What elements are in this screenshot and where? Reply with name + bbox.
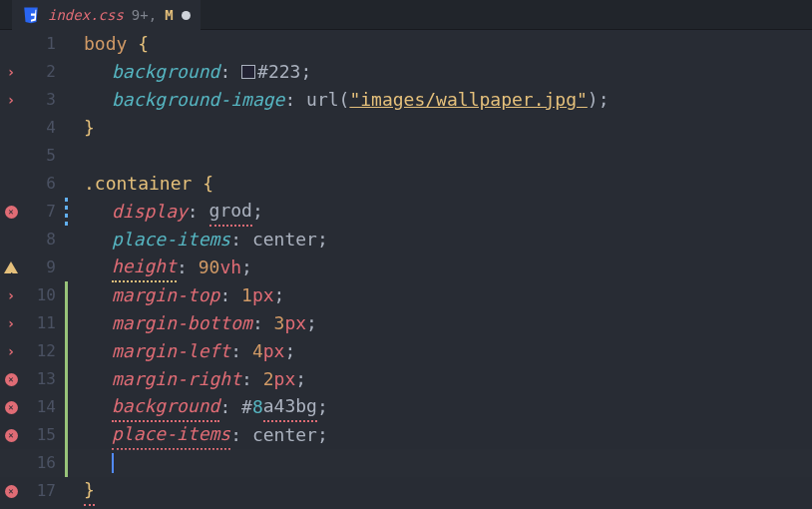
modification-bar bbox=[64, 30, 68, 58]
gutter-glyph: › bbox=[0, 337, 22, 365]
code-line[interactable]: 17} bbox=[0, 477, 812, 505]
code-line[interactable]: 9height: 90vh; bbox=[0, 254, 812, 281]
gutter-glyph bbox=[0, 401, 22, 414]
modification-bar bbox=[64, 58, 68, 86]
code-content[interactable]: } bbox=[68, 476, 95, 506]
code-content[interactable]: margin-left: 4px; bbox=[68, 337, 295, 365]
modification-bar bbox=[64, 449, 68, 477]
code-line[interactable]: 14background: #8a43bg; bbox=[0, 393, 812, 421]
code-content[interactable] bbox=[68, 453, 114, 473]
gutter-glyph bbox=[0, 206, 22, 219]
error-icon bbox=[5, 485, 18, 498]
modification-bar bbox=[64, 86, 68, 114]
line-number: 12 bbox=[22, 337, 64, 365]
line-number: 16 bbox=[22, 449, 64, 477]
code-content[interactable]: .container { bbox=[68, 170, 213, 198]
git-added-bar bbox=[65, 281, 68, 309]
git-added-bar bbox=[65, 449, 68, 477]
line-number: 3 bbox=[22, 86, 64, 114]
code-line[interactable]: ›11margin-bottom: 3px; bbox=[0, 309, 812, 337]
modification-bar bbox=[64, 254, 68, 281]
error-icon bbox=[5, 206, 18, 219]
code-line[interactable]: 7display: grod; bbox=[0, 198, 812, 226]
code-line[interactable]: 8place-items: center; bbox=[0, 226, 812, 254]
gutter-glyph: › bbox=[0, 309, 22, 337]
gutter-glyph bbox=[0, 261, 22, 273]
modification-bar bbox=[64, 365, 68, 393]
tab-dirty-dot-icon bbox=[182, 11, 191, 20]
code-line[interactable]: 4} bbox=[0, 114, 812, 142]
code-line[interactable]: 6.container { bbox=[0, 170, 812, 198]
gutter-glyph bbox=[0, 485, 22, 498]
line-number: 14 bbox=[22, 393, 64, 421]
line-number: 4 bbox=[22, 114, 64, 142]
modification-bar bbox=[64, 114, 68, 142]
line-number: 7 bbox=[22, 198, 64, 226]
code-line[interactable]: 16 bbox=[0, 449, 812, 477]
line-number: 11 bbox=[22, 309, 64, 337]
line-number: 8 bbox=[22, 226, 64, 254]
code-line[interactable]: 5 bbox=[0, 142, 812, 170]
line-number: 1 bbox=[22, 30, 64, 58]
line-number: 13 bbox=[22, 365, 64, 393]
code-line[interactable]: ›12margin-left: 4px; bbox=[0, 337, 812, 365]
gutter-glyph: › bbox=[0, 58, 22, 86]
code-content[interactable]: } bbox=[68, 114, 95, 142]
chevron-right-icon: › bbox=[7, 58, 15, 86]
chevron-right-icon: › bbox=[7, 309, 15, 337]
code-content[interactable]: margin-bottom: 3px; bbox=[68, 309, 317, 337]
modification-bar bbox=[64, 281, 68, 309]
code-content[interactable]: background-image: url("images/wallpaper.… bbox=[68, 86, 609, 114]
git-added-bar bbox=[65, 393, 68, 421]
modification-bar bbox=[64, 309, 68, 337]
code-content[interactable]: margin-right: 2px; bbox=[68, 365, 306, 393]
line-number: 2 bbox=[22, 58, 64, 86]
modification-bar bbox=[64, 170, 68, 198]
modification-bar bbox=[64, 198, 68, 226]
modification-bar bbox=[64, 393, 68, 421]
error-icon bbox=[5, 429, 18, 442]
git-added-bar bbox=[65, 309, 68, 337]
color-swatch bbox=[241, 65, 255, 79]
line-number: 10 bbox=[22, 281, 64, 309]
git-modified-bar bbox=[65, 198, 68, 226]
file-tab[interactable]: index.css 9+, M bbox=[12, 0, 201, 31]
git-added-bar bbox=[65, 337, 68, 365]
modification-bar bbox=[64, 226, 68, 254]
error-icon bbox=[5, 373, 18, 386]
code-content[interactable]: display: grod; bbox=[68, 197, 263, 227]
gutter-glyph: › bbox=[0, 86, 22, 114]
css-file-icon bbox=[22, 6, 40, 24]
modification-bar bbox=[64, 142, 68, 170]
tab-diff-indicator: 9+, bbox=[132, 1, 157, 29]
gutter-glyph bbox=[0, 373, 22, 386]
code-content[interactable]: background: #223; bbox=[68, 58, 311, 86]
code-editor[interactable]: 1body {›2background: #223;›3background-i… bbox=[0, 30, 812, 505]
text-cursor bbox=[112, 453, 114, 473]
chevron-right-icon: › bbox=[7, 337, 15, 365]
line-number: 5 bbox=[22, 142, 64, 170]
line-number: 15 bbox=[22, 421, 64, 449]
code-line[interactable]: 15place-items: center; bbox=[0, 421, 812, 449]
error-icon bbox=[5, 401, 18, 414]
chevron-right-icon: › bbox=[7, 86, 15, 114]
code-content[interactable]: body { bbox=[68, 30, 149, 58]
code-content[interactable]: background: #8a43bg; bbox=[68, 392, 328, 422]
code-line[interactable]: ›3background-image: url("images/wallpape… bbox=[0, 86, 812, 114]
tab-filename: index.css bbox=[48, 1, 124, 29]
code-content[interactable]: place-items: center; bbox=[68, 420, 328, 450]
code-line[interactable]: ›10margin-top: 1px; bbox=[0, 281, 812, 309]
tab-git-status: M bbox=[165, 1, 173, 29]
code-line[interactable]: 1body { bbox=[0, 30, 812, 58]
code-content[interactable]: height: 90vh; bbox=[68, 253, 252, 282]
warning-icon bbox=[4, 261, 18, 273]
git-added-bar bbox=[65, 421, 68, 449]
line-number: 17 bbox=[22, 477, 64, 505]
code-line[interactable]: ›2background: #223; bbox=[0, 58, 812, 86]
git-added-bar bbox=[65, 365, 68, 393]
gutter-glyph bbox=[0, 429, 22, 442]
code-line[interactable]: 13margin-right: 2px; bbox=[0, 365, 812, 393]
code-content[interactable]: margin-top: 1px; bbox=[68, 281, 284, 309]
code-content[interactable]: place-items: center; bbox=[68, 226, 328, 254]
modification-bar bbox=[64, 421, 68, 449]
